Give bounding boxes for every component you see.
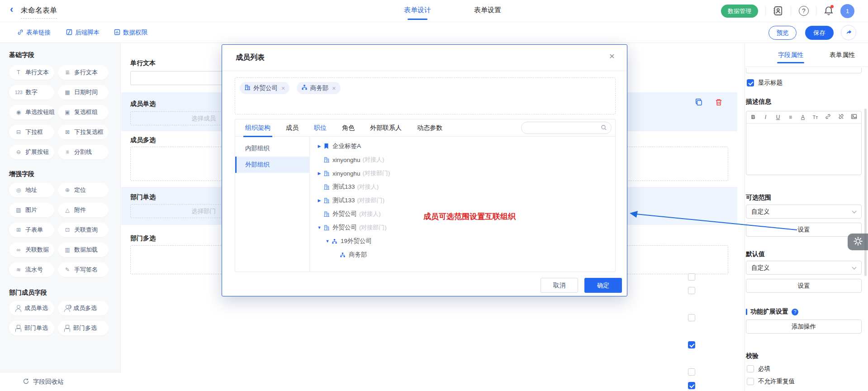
- tree-row[interactable]: ▶ xinyonghu (对接部门): [310, 167, 615, 180]
- remove-tag-icon[interactable]: [332, 85, 336, 92]
- theme-settings-button[interactable]: [848, 234, 868, 250]
- tab-dynamic-params[interactable]: 动态参数: [417, 124, 442, 132]
- save-button[interactable]: 保存: [805, 26, 834, 40]
- field-item-member-multi[interactable]: 成员多选: [58, 301, 109, 315]
- tree-checkbox[interactable]: [688, 273, 695, 281]
- selected-tag-company[interactable]: 外贸公司: [240, 82, 289, 94]
- remove-tag-icon[interactable]: [281, 85, 285, 92]
- add-action-button[interactable]: 添加操作: [746, 319, 862, 334]
- notification-bell-icon[interactable]: [823, 5, 834, 16]
- range-set-button[interactable]: 设置: [746, 223, 862, 237]
- scrollbar-thumb[interactable]: [864, 109, 867, 276]
- form-title[interactable]: 未命名表单: [21, 6, 57, 19]
- tab-external-contacts[interactable]: 外部联系人: [370, 124, 402, 132]
- field-recycle-bin[interactable]: 字段回收站: [0, 372, 121, 391]
- default-set-button[interactable]: 设置: [746, 279, 862, 293]
- contacts-icon[interactable]: [773, 5, 783, 16]
- default-select[interactable]: 自定义: [746, 261, 862, 275]
- tree-checkbox[interactable]: [688, 368, 695, 376]
- field-item-single-line-text[interactable]: T单行文本: [9, 65, 54, 80]
- font-size-icon[interactable]: Tт: [813, 114, 818, 120]
- tab-role[interactable]: 角色: [342, 124, 355, 132]
- selected-tag-dept[interactable]: 商务部: [297, 82, 341, 94]
- field-item-checkbox-group[interactable]: ▣复选框组: [58, 105, 109, 119]
- insert-link-icon[interactable]: [825, 114, 831, 121]
- description-textarea[interactable]: [746, 124, 861, 175]
- required-row[interactable]: 必填: [747, 365, 770, 373]
- expand-icon[interactable]: ▶: [316, 171, 323, 176]
- delete-field-icon[interactable]: [715, 98, 724, 107]
- field-item-multi-line-text[interactable]: ≣多行文本: [58, 65, 109, 80]
- field-item-location[interactable]: ⊕定位: [58, 183, 109, 197]
- tree-row[interactable]: xinyonghu (对接人): [310, 153, 615, 167]
- copy-field-icon[interactable]: [695, 98, 704, 107]
- collapse-icon[interactable]: ▼: [324, 239, 331, 243]
- preview-button[interactable]: 预览: [768, 26, 797, 40]
- underline-icon[interactable]: U: [775, 114, 781, 120]
- field-item-relation-data[interactable]: ∞关联数据: [9, 243, 54, 257]
- field-item-dept-single[interactable]: 部门单选: [9, 321, 54, 335]
- tab-position[interactable]: 职位: [314, 124, 327, 132]
- expand-icon[interactable]: ▶: [316, 198, 323, 203]
- tab-form-design[interactable]: 表单设计: [404, 6, 431, 14]
- tab-form-properties[interactable]: 表单属性: [830, 51, 855, 59]
- avatar[interactable]: 1: [840, 4, 854, 18]
- field-item-signature[interactable]: ✎手写签名: [58, 262, 109, 277]
- field-item-number[interactable]: 123数字: [9, 85, 54, 100]
- close-icon[interactable]: [606, 50, 618, 62]
- field-item-serial-number[interactable]: ≋流水号: [9, 262, 54, 277]
- tree-row[interactable]: ▼ 外贸公司 (对接部门): [310, 221, 615, 234]
- tab-form-settings[interactable]: 表单设置: [474, 6, 501, 14]
- field-item-divider[interactable]: ≡分割线: [58, 145, 109, 159]
- field-item-address[interactable]: ◎地址: [9, 183, 54, 197]
- field-item-extend-button[interactable]: ⊖扩展按钮: [9, 145, 54, 159]
- tree-checkbox[interactable]: [688, 314, 695, 321]
- tab-members[interactable]: 成员: [286, 124, 299, 132]
- show-title-row[interactable]: 显示标题: [747, 79, 783, 87]
- align-icon[interactable]: ≡: [788, 114, 793, 120]
- no-duplicate-row[interactable]: 不允许重复值: [747, 377, 795, 386]
- field-item-dept-multi[interactable]: 部门多选: [58, 321, 109, 335]
- confirm-button[interactable]: 确定: [584, 278, 622, 293]
- tree-checkbox[interactable]: [688, 382, 695, 389]
- backend-script-button[interactable]: 后端脚本: [66, 28, 100, 37]
- back-button[interactable]: [10, 5, 18, 16]
- bold-icon[interactable]: B: [750, 114, 756, 120]
- data-permission-button[interactable]: 数据权限: [114, 28, 147, 37]
- share-button[interactable]: [841, 25, 856, 40]
- tree-row[interactable]: ▼ 19外贸公司: [310, 234, 615, 248]
- no-duplicate-checkbox[interactable]: [747, 378, 754, 385]
- member-search-box[interactable]: [521, 122, 612, 134]
- tree-checkbox[interactable]: [688, 287, 695, 294]
- help-icon[interactable]: [799, 6, 810, 17]
- field-item-radio-group[interactable]: ◉单选按钮组: [9, 105, 54, 119]
- range-select[interactable]: 自定义: [746, 205, 862, 219]
- tab-org-structure[interactable]: 组织架构: [245, 124, 270, 132]
- tree-row[interactable]: 测试133 (对接人): [310, 180, 615, 194]
- remove-link-icon[interactable]: [838, 114, 844, 121]
- field-item-datetime[interactable]: ▦日期时间: [58, 85, 109, 100]
- org-type-external[interactable]: 外部组织: [235, 157, 310, 173]
- org-type-internal[interactable]: 内部组织: [235, 140, 310, 157]
- tree-row[interactable]: 商务部: [310, 248, 615, 262]
- field-item-member-single[interactable]: 成员单选: [9, 301, 54, 315]
- collapse-icon[interactable]: ▼: [316, 225, 323, 230]
- required-checkbox[interactable]: [747, 365, 754, 372]
- member-search-input[interactable]: [527, 123, 599, 133]
- field-item-relation-query[interactable]: ⊡关联查询: [58, 223, 109, 237]
- data-manage-button[interactable]: 数据管理: [721, 5, 758, 18]
- form-link-button[interactable]: 表单链接: [17, 28, 51, 37]
- field-item-subform[interactable]: ⊞子表单: [9, 223, 54, 237]
- help-icon[interactable]: [792, 309, 798, 315]
- field-item-attachment[interactable]: △附件: [58, 203, 109, 217]
- tree-checkbox[interactable]: [688, 341, 695, 348]
- italic-icon[interactable]: I: [763, 114, 768, 120]
- tree-row[interactable]: ▶ 测试133 (对接部门): [310, 194, 615, 207]
- font-color-icon[interactable]: A: [800, 114, 806, 120]
- field-item-multi-dropdown[interactable]: ⊠下拉复选框: [58, 125, 109, 139]
- cancel-button[interactable]: 取消: [541, 278, 578, 293]
- expand-icon[interactable]: ▶: [316, 144, 323, 148]
- field-item-dropdown[interactable]: ⊟下拉框: [9, 125, 54, 139]
- field-item-data-load[interactable]: ▥数据加载: [58, 243, 109, 257]
- field-item-image[interactable]: ▨图片: [9, 203, 54, 217]
